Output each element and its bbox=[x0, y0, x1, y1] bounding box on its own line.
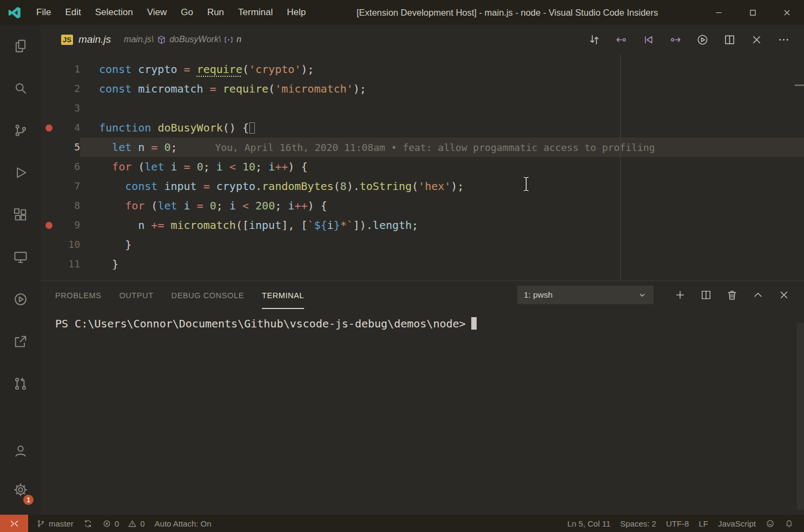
breakpoint-gutter[interactable] bbox=[41, 157, 57, 176]
code-line-text[interactable]: const micromatch = require('micromatch')… bbox=[80, 79, 804, 98]
maximize-panel-icon[interactable] bbox=[752, 289, 764, 301]
sync-button[interactable] bbox=[78, 515, 97, 532]
panel-tabs: PROBLEMSOUTPUTDEBUG CONSOLETERMINAL bbox=[55, 281, 322, 309]
breadcrumb-symbol[interactable]: doBusyWork\ bbox=[169, 35, 221, 44]
close-panel-icon[interactable] bbox=[778, 289, 790, 301]
new-terminal-icon[interactable] bbox=[674, 289, 686, 301]
activity-bar-bottom: 1 bbox=[0, 431, 41, 509]
files-icon[interactable] bbox=[0, 25, 41, 67]
breakpoint-gutter[interactable] bbox=[41, 196, 57, 215]
breakpoint-icon[interactable] bbox=[45, 222, 52, 229]
code-line-text[interactable]: let n = 0;You, April 16th, 2020 11:08am … bbox=[80, 137, 804, 157]
menu-run[interactable]: Run bbox=[200, 0, 231, 25]
breakpoint-gutter[interactable] bbox=[41, 235, 57, 254]
javascript-file-icon: JS bbox=[61, 35, 73, 45]
breakpoint-gutter[interactable] bbox=[41, 137, 57, 157]
extensions-icon[interactable] bbox=[0, 194, 41, 236]
remote-explorer-icon[interactable] bbox=[0, 236, 41, 278]
breadcrumb-leaf[interactable]: n bbox=[236, 35, 241, 44]
code-line-text[interactable]: for (let i = 0; i < 10; i++) { bbox=[80, 157, 804, 176]
breakpoint-gutter[interactable] bbox=[41, 254, 57, 274]
breakpoint-gutter[interactable] bbox=[41, 118, 57, 137]
remote-indicator[interactable] bbox=[0, 515, 28, 532]
reverse-continue-icon[interactable] bbox=[642, 34, 655, 46]
panel-scrollbar[interactable] bbox=[797, 323, 804, 510]
split-editor-icon[interactable] bbox=[723, 34, 736, 46]
step-back-icon[interactable] bbox=[615, 34, 628, 46]
breadcrumb-file[interactable]: main.js\ bbox=[124, 35, 154, 44]
error-count: 0 bbox=[115, 519, 119, 528]
maximize-button[interactable] bbox=[736, 0, 770, 25]
problems-status[interactable]: 0 0 bbox=[97, 515, 150, 532]
chevron-down-icon bbox=[637, 290, 647, 300]
code-line: 5 let n = 0;You, April 16th, 2020 11:08a… bbox=[41, 137, 804, 157]
split-terminal-icon[interactable] bbox=[700, 289, 712, 301]
code-line-text[interactable]: function doBusyWork() { bbox=[80, 118, 804, 137]
source-control-icon[interactable] bbox=[0, 109, 41, 152]
git-branch-status[interactable]: master bbox=[31, 515, 78, 532]
menu-file[interactable]: File bbox=[29, 0, 58, 25]
open-changes-icon[interactable] bbox=[588, 34, 601, 46]
kill-terminal-icon[interactable] bbox=[726, 289, 738, 301]
breakpoint-gutter[interactable] bbox=[41, 215, 57, 235]
breakpoint-icon[interactable] bbox=[45, 124, 52, 132]
menu-selection[interactable]: Selection bbox=[88, 0, 140, 25]
live-share-icon[interactable] bbox=[0, 320, 41, 363]
search-icon[interactable] bbox=[0, 67, 41, 109]
terminal-picker-value: 1: pwsh bbox=[524, 290, 552, 300]
indentation-status[interactable]: Spaces: 2 bbox=[615, 515, 661, 532]
play-circle-icon[interactable] bbox=[0, 278, 41, 320]
code-line-text[interactable]: } bbox=[80, 254, 804, 274]
breakpoint-gutter[interactable] bbox=[41, 79, 57, 98]
panel-tab-problems[interactable]: PROBLEMS bbox=[55, 281, 101, 309]
run-debug-icon[interactable] bbox=[0, 152, 41, 194]
menu-view[interactable]: View bbox=[140, 0, 174, 25]
code-line-text[interactable]: } bbox=[80, 235, 804, 254]
settings-button[interactable]: 1 bbox=[0, 470, 41, 509]
notifications-bell-icon bbox=[785, 519, 794, 528]
pull-request-icon[interactable] bbox=[0, 363, 41, 405]
editor-file-label[interactable]: main.js bbox=[78, 34, 111, 45]
panel-tab-debug-console[interactable]: DEBUG CONSOLE bbox=[172, 281, 244, 309]
run-profile-icon[interactable] bbox=[696, 34, 709, 46]
breakpoint-gutter[interactable] bbox=[41, 60, 57, 79]
line-number: 8 bbox=[57, 196, 80, 215]
minimize-icon bbox=[714, 8, 723, 17]
accounts-button[interactable] bbox=[0, 431, 41, 470]
menu-help[interactable]: Help bbox=[280, 0, 313, 25]
code-line-text[interactable]: const crypto = require('crypto'); bbox=[80, 60, 804, 79]
menu-terminal[interactable]: Terminal bbox=[231, 0, 280, 25]
notifications-button[interactable] bbox=[780, 515, 799, 532]
code-line-text[interactable]: for (let i = 0; i < 200; i++) { bbox=[80, 196, 804, 215]
code-line-text[interactable]: n += micromatch([input], [`${i}*`]).leng… bbox=[80, 215, 804, 235]
vscode-window: FileEditSelectionViewGoRunTerminalHelp [… bbox=[0, 0, 804, 532]
remote-icon bbox=[9, 518, 19, 529]
close-editor-icon[interactable] bbox=[750, 34, 763, 46]
menu-edit[interactable]: Edit bbox=[58, 0, 88, 25]
more-actions-icon[interactable] bbox=[777, 34, 790, 46]
code-line-text[interactable]: const input = crypto.randomBytes(8).toSt… bbox=[80, 176, 804, 196]
code-line-text[interactable] bbox=[80, 98, 804, 118]
terminal-action-icons bbox=[674, 289, 790, 301]
breakpoint-gutter[interactable] bbox=[41, 98, 57, 118]
panel-actions: 1: pwsh bbox=[517, 286, 790, 304]
menu-go[interactable]: Go bbox=[174, 0, 200, 25]
titlebar: FileEditSelectionViewGoRunTerminalHelp [… bbox=[0, 0, 804, 25]
auto-attach-status[interactable]: Auto Attach: On bbox=[150, 515, 216, 532]
minimize-button[interactable] bbox=[702, 0, 736, 25]
eol-status[interactable]: LF bbox=[694, 515, 713, 532]
cursor-position-status[interactable]: Ln 5, Col 11 bbox=[562, 515, 615, 532]
panel-tab-terminal[interactable]: TERMINAL bbox=[262, 281, 304, 309]
terminal-picker[interactable]: 1: pwsh bbox=[517, 286, 654, 304]
feedback-button[interactable] bbox=[761, 515, 780, 532]
panel-tab-output[interactable]: OUTPUT bbox=[119, 281, 153, 309]
terminal[interactable]: PS C:\Users\Connor\Documents\Github\vsco… bbox=[41, 309, 804, 330]
continue-icon[interactable] bbox=[669, 34, 682, 46]
language-mode-status[interactable]: JavaScript bbox=[713, 515, 761, 532]
line-number: 2 bbox=[57, 79, 80, 98]
line-number: 1 bbox=[57, 60, 80, 79]
encoding-status[interactable]: UTF-8 bbox=[661, 515, 694, 532]
code-editor[interactable]: 1const crypto = require('crypto');2const… bbox=[41, 54, 804, 280]
breakpoint-gutter[interactable] bbox=[41, 176, 57, 196]
close-window-button[interactable] bbox=[770, 0, 804, 25]
